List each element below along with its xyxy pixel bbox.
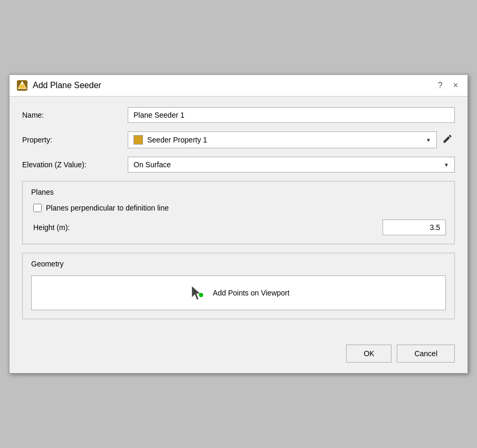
property-edit-button[interactable] bbox=[440, 132, 455, 148]
property-dropdown[interactable]: Seeder Property 1 ▼ bbox=[128, 131, 437, 148]
name-field-wrapper bbox=[128, 107, 455, 123]
pencil-icon bbox=[442, 134, 453, 144]
perpendicular-checkbox-row: Planes perpendicular to definition line bbox=[33, 204, 446, 212]
name-row: Name: bbox=[22, 107, 455, 123]
property-row: Property: Seeder Property 1 ▼ bbox=[22, 131, 455, 148]
property-label: Property: bbox=[22, 136, 128, 144]
name-label: Name: bbox=[22, 111, 128, 119]
help-button[interactable]: ? bbox=[435, 80, 446, 91]
elevation-field-wrapper: On Surface ▼ bbox=[128, 157, 455, 173]
ok-button[interactable]: OK bbox=[346, 345, 392, 363]
cancel-button[interactable]: Cancel bbox=[397, 345, 455, 363]
title-bar-right: ? × bbox=[435, 80, 461, 91]
property-field-wrapper: Seeder Property 1 ▼ bbox=[128, 131, 455, 148]
dialog-title: Add Plane Seeder bbox=[33, 81, 101, 90]
dialog-body: Name: Property: Seeder Property 1 ▼ bbox=[9, 97, 468, 340]
svg-point-4 bbox=[199, 293, 203, 297]
close-button[interactable]: × bbox=[450, 80, 461, 91]
perpendicular-label: Planes perpendicular to definition line bbox=[46, 204, 169, 212]
height-row: Height (m): bbox=[33, 220, 446, 235]
dialog-footer: OK Cancel bbox=[9, 340, 468, 373]
title-bar: Add Plane Seeder ? × bbox=[9, 75, 468, 97]
title-bar-left: Add Plane Seeder bbox=[16, 79, 101, 92]
property-value-text: Seeder Property 1 bbox=[147, 136, 207, 144]
elevation-dropdown-inner: On Surface bbox=[133, 160, 444, 169]
perpendicular-checkbox[interactable] bbox=[33, 204, 42, 212]
property-dropdown-inner: Seeder Property 1 bbox=[133, 135, 426, 145]
add-points-icon bbox=[187, 283, 206, 302]
elevation-dropdown[interactable]: On Surface ▼ bbox=[128, 157, 455, 173]
elevation-dropdown-arrow: ▼ bbox=[444, 162, 449, 168]
add-plane-seeder-dialog: Add Plane Seeder ? × Name: Property: bbox=[9, 74, 468, 374]
add-points-button[interactable]: Add Points on Viewport bbox=[31, 275, 446, 310]
elevation-value-text: On Surface bbox=[133, 160, 171, 169]
svg-point-2 bbox=[21, 82, 23, 84]
geometry-section-title: Geometry bbox=[31, 260, 446, 268]
property-color-swatch bbox=[133, 135, 143, 145]
name-input[interactable] bbox=[128, 107, 455, 123]
height-input[interactable] bbox=[383, 220, 446, 235]
elevation-row: Elevation (Z Value): On Surface ▼ bbox=[22, 157, 455, 173]
height-label: Height (m): bbox=[33, 223, 383, 232]
elevation-label: Elevation (Z Value): bbox=[22, 160, 128, 169]
planes-section-title: Planes bbox=[31, 188, 446, 196]
property-dropdown-arrow: ▼ bbox=[426, 137, 431, 143]
app-icon bbox=[16, 79, 28, 92]
svg-marker-3 bbox=[192, 285, 201, 300]
add-points-label: Add Points on Viewport bbox=[213, 289, 289, 297]
property-dropdown-wrapper: Seeder Property 1 ▼ bbox=[128, 131, 455, 148]
geometry-section: Geometry Add Points on Viewport bbox=[22, 253, 455, 319]
planes-section: Planes Planes perpendicular to definitio… bbox=[22, 181, 455, 244]
